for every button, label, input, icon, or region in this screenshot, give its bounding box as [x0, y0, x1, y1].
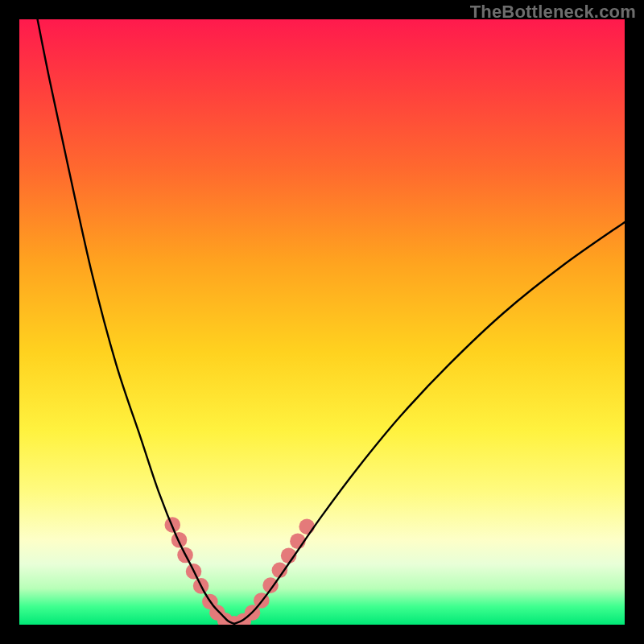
data-blob — [299, 518, 315, 535]
chart-frame: TheBottleneck.com — [0, 0, 644, 644]
data-blob-layer — [164, 517, 315, 625]
chart-plot-area — [19, 19, 625, 625]
watermark-text: TheBottleneck.com — [470, 2, 636, 23]
chart-svg — [19, 19, 625, 625]
left-curve — [38, 19, 234, 624]
right-curve — [234, 222, 625, 624]
